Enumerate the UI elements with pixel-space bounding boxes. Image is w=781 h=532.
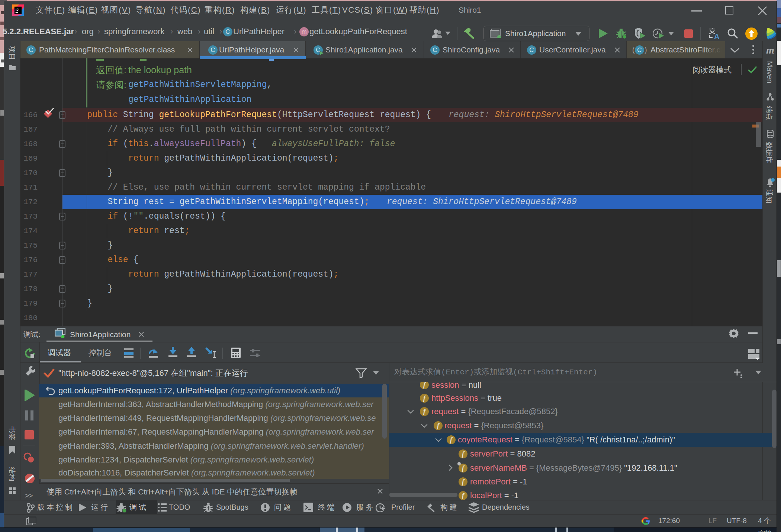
svg-text:A: A [714, 32, 719, 39]
svg-text:IJ: IJ [16, 7, 19, 12]
